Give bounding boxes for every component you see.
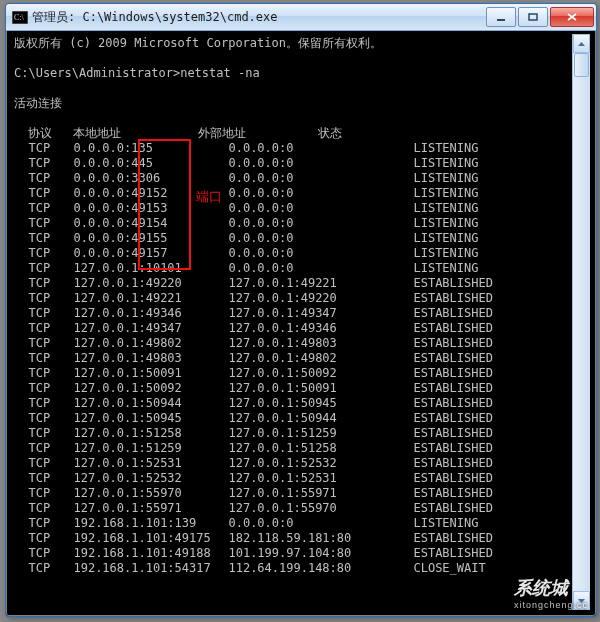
netstat-row: TCP0.0.0.0:491570.0.0.0:0LISTENING bbox=[14, 246, 572, 261]
netstat-row: TCP192.168.1.101:54317112.64.199.148:80C… bbox=[14, 561, 572, 576]
netstat-row: TCP127.0.0.1:50092127.0.0.1:50091ESTABLI… bbox=[14, 381, 572, 396]
blank-line bbox=[14, 81, 572, 96]
cmd-window: C:\ 管理员: C:\Windows\system32\cmd.exe 版权所… bbox=[5, 3, 597, 617]
svg-marker-4 bbox=[578, 42, 585, 46]
section-heading: 活动连接 bbox=[14, 96, 572, 111]
netstat-row: TCP127.0.0.1:50945127.0.0.1:50944ESTABLI… bbox=[14, 411, 572, 426]
scroll-up-button[interactable] bbox=[573, 34, 590, 53]
titlebar[interactable]: C:\ 管理员: C:\Windows\system32\cmd.exe bbox=[6, 4, 596, 31]
netstat-row: TCP127.0.0.1:50091127.0.0.1:50092ESTABLI… bbox=[14, 366, 572, 381]
netstat-row: TCP127.0.0.1:49347127.0.0.1:49346ESTABLI… bbox=[14, 321, 572, 336]
scroll-track[interactable] bbox=[573, 53, 590, 591]
blank-line bbox=[14, 111, 572, 126]
svg-text:C:\: C:\ bbox=[14, 13, 25, 22]
netstat-row: TCP0.0.0.0:491550.0.0.0:0LISTENING bbox=[14, 231, 572, 246]
netstat-row: TCP127.0.0.1:101010.0.0.0:0LISTENING bbox=[14, 261, 572, 276]
blank-line bbox=[14, 51, 572, 66]
copyright-line: 版权所有 (c) 2009 Microsoft Corporation。保留所有… bbox=[14, 36, 572, 51]
terminal-output[interactable]: 版权所有 (c) 2009 Microsoft Corporation。保留所有… bbox=[12, 34, 572, 610]
cmd-icon: C:\ bbox=[12, 11, 28, 24]
netstat-row: TCP127.0.0.1:52532127.0.0.1:52531ESTABLI… bbox=[14, 471, 572, 486]
window-title: 管理员: C:\Windows\system32\cmd.exe bbox=[32, 9, 486, 26]
scroll-down-button[interactable] bbox=[573, 591, 590, 610]
netstat-row: TCP0.0.0.0:1350.0.0.0:0LISTENING bbox=[14, 141, 572, 156]
scroll-thumb[interactable] bbox=[574, 53, 589, 77]
netstat-row: TCP192.168.1.101:49188101.199.97.104:80E… bbox=[14, 546, 572, 561]
netstat-row: TCP127.0.0.1:55971127.0.0.1:55970ESTABLI… bbox=[14, 501, 572, 516]
netstat-row: TCP127.0.0.1:49802127.0.0.1:49803ESTABLI… bbox=[14, 336, 572, 351]
minimize-button[interactable] bbox=[486, 7, 516, 27]
netstat-row: TCP127.0.0.1:51259127.0.0.1:51258ESTABLI… bbox=[14, 441, 572, 456]
netstat-row: TCP127.0.0.1:49346127.0.0.1:49347ESTABLI… bbox=[14, 306, 572, 321]
netstat-row: TCP127.0.0.1:49221127.0.0.1:49220ESTABLI… bbox=[14, 291, 572, 306]
netstat-row: TCP127.0.0.1:55970127.0.0.1:55971ESTABLI… bbox=[14, 486, 572, 501]
svg-marker-5 bbox=[578, 599, 585, 603]
close-button[interactable] bbox=[550, 7, 594, 27]
netstat-row: TCP0.0.0.0:491530.0.0.0:0LISTENING bbox=[14, 201, 572, 216]
netstat-row: TCP0.0.0.0:33060.0.0.0:0LISTENING bbox=[14, 171, 572, 186]
netstat-row: TCP192.168.1.101:1390.0.0.0:0LISTENING bbox=[14, 516, 572, 531]
maximize-button[interactable] bbox=[518, 7, 548, 27]
netstat-row: TCP192.168.1.101:49175182.118.59.181:80E… bbox=[14, 531, 572, 546]
svg-rect-2 bbox=[497, 19, 505, 21]
prompt-line: C:\Users\Administrator>netstat -na bbox=[14, 66, 572, 81]
netstat-row: TCP127.0.0.1:51258127.0.0.1:51259ESTABLI… bbox=[14, 426, 572, 441]
svg-rect-3 bbox=[529, 14, 537, 20]
netstat-row: TCP127.0.0.1:52531127.0.0.1:52532ESTABLI… bbox=[14, 456, 572, 471]
netstat-row: TCP127.0.0.1:49803127.0.0.1:49802ESTABLI… bbox=[14, 351, 572, 366]
netstat-row: TCP0.0.0.0:4450.0.0.0:0LISTENING bbox=[14, 156, 572, 171]
column-headers: 协议本地地址外部地址状态 bbox=[14, 126, 572, 141]
netstat-row: TCP0.0.0.0:491540.0.0.0:0LISTENING bbox=[14, 216, 572, 231]
netstat-row: TCP0.0.0.0:491520.0.0.0:0LISTENING bbox=[14, 186, 572, 201]
scrollbar[interactable] bbox=[572, 34, 590, 610]
netstat-row: TCP127.0.0.1:49220127.0.0.1:49221ESTABLI… bbox=[14, 276, 572, 291]
netstat-row: TCP127.0.0.1:50944127.0.0.1:50945ESTABLI… bbox=[14, 396, 572, 411]
